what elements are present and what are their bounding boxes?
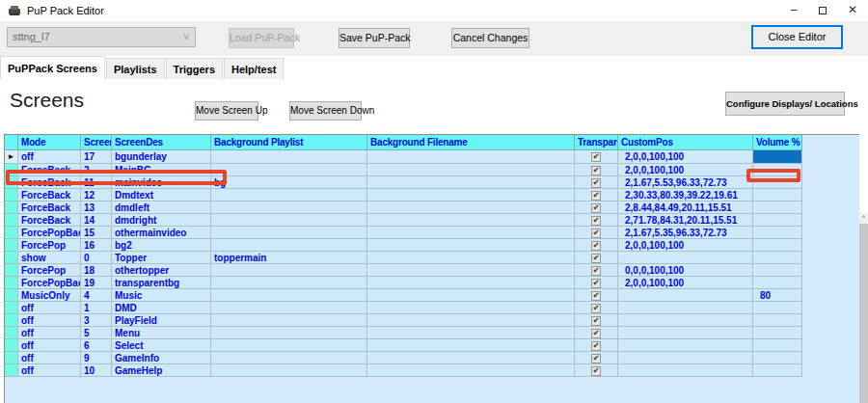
tab-help-test[interactable]: Help/test bbox=[224, 58, 284, 79]
column-header-screendes[interactable]: ScreenDes bbox=[112, 135, 211, 150]
transparent-checkbox[interactable] bbox=[591, 178, 601, 188]
cell-volume[interactable] bbox=[753, 314, 802, 327]
cell-filename[interactable] bbox=[367, 302, 575, 314]
cell-mode[interactable]: off bbox=[18, 352, 81, 364]
cell-playlist[interactable] bbox=[211, 352, 367, 364]
cell-screendes[interactable]: bg2 bbox=[112, 239, 211, 252]
save-pup-pack-button[interactable]: Save PuP-Pack bbox=[339, 28, 410, 48]
cell-playlist[interactable] bbox=[211, 214, 367, 227]
cell-mode[interactable]: ForcePopBack bbox=[18, 277, 81, 289]
row-selector[interactable] bbox=[5, 352, 18, 364]
transparent-checkbox[interactable] bbox=[591, 228, 601, 238]
cell-mode[interactable]: ForceBack bbox=[18, 189, 81, 202]
cell-mode[interactable]: ForcePop bbox=[18, 264, 81, 277]
transparent-checkbox[interactable] bbox=[591, 254, 601, 263]
cell-mode[interactable]: off bbox=[18, 327, 81, 339]
cell-screendes[interactable]: Select bbox=[112, 339, 211, 352]
cell-screendes[interactable]: PlayField bbox=[112, 314, 211, 327]
cell-screendes[interactable]: Music bbox=[112, 289, 211, 302]
cell-volume[interactable] bbox=[753, 327, 802, 339]
cell-custompos[interactable]: 2,0,0,100,100 bbox=[618, 150, 753, 164]
cell-playlist[interactable] bbox=[211, 189, 367, 202]
cell-volume[interactable] bbox=[753, 227, 802, 239]
column-header-volume[interactable]: Volume % bbox=[753, 135, 802, 150]
cell-mode[interactable]: show bbox=[18, 252, 81, 264]
row-selector[interactable] bbox=[5, 189, 18, 202]
cell-transparent[interactable] bbox=[575, 364, 618, 377]
row-selector[interactable] bbox=[5, 364, 18, 377]
cell-transparent[interactable] bbox=[575, 150, 618, 164]
cell-screendes[interactable]: dmdleft bbox=[112, 202, 211, 214]
row-selector[interactable]: ► bbox=[5, 150, 18, 164]
cell-screennum[interactable]: 9 bbox=[81, 352, 112, 364]
cell-volume[interactable] bbox=[753, 302, 802, 314]
cell-mode[interactable]: ForceBack bbox=[18, 214, 81, 227]
close-editor-button[interactable]: Close Editor bbox=[751, 25, 843, 49]
cell-transparent[interactable] bbox=[575, 327, 618, 339]
transparent-checkbox[interactable] bbox=[591, 152, 601, 162]
transparent-checkbox[interactable] bbox=[591, 191, 601, 201]
cell-transparent[interactable] bbox=[575, 352, 618, 364]
cell-screennum[interactable]: 13 bbox=[81, 202, 112, 214]
cell-filename[interactable] bbox=[367, 239, 575, 252]
row-selector[interactable] bbox=[5, 227, 18, 239]
cell-screendes[interactable]: Menu bbox=[112, 327, 211, 339]
cell-custompos[interactable] bbox=[618, 352, 753, 364]
cell-filename[interactable] bbox=[367, 264, 575, 277]
cell-screendes[interactable]: GameHelp bbox=[112, 364, 211, 377]
cell-volume[interactable] bbox=[753, 339, 802, 352]
cell-transparent[interactable] bbox=[575, 202, 618, 214]
cell-volume[interactable] bbox=[753, 352, 802, 364]
cell-screennum[interactable]: 18 bbox=[81, 264, 112, 277]
cell-volume[interactable] bbox=[753, 264, 802, 277]
cell-screendes[interactable]: GameInfo bbox=[112, 352, 211, 364]
row-selector[interactable] bbox=[5, 277, 18, 289]
cell-playlist[interactable] bbox=[211, 339, 367, 352]
cell-filename[interactable] bbox=[367, 189, 575, 202]
cell-filename[interactable] bbox=[367, 314, 575, 327]
cell-volume[interactable] bbox=[753, 189, 802, 202]
cell-playlist[interactable] bbox=[211, 164, 367, 176]
cell-mode[interactable]: off bbox=[18, 314, 81, 327]
move-screen-down-button[interactable]: Move Screen Down bbox=[289, 101, 362, 121]
cell-playlist[interactable]: bg bbox=[211, 176, 367, 189]
column-header-background-playlist[interactable]: Background Playlist bbox=[211, 135, 367, 150]
row-selector[interactable] bbox=[5, 339, 18, 352]
cell-filename[interactable] bbox=[367, 227, 575, 239]
cell-custompos[interactable] bbox=[618, 252, 753, 264]
tab-triggers[interactable]: Triggers bbox=[166, 58, 223, 79]
cell-custompos[interactable] bbox=[618, 364, 753, 377]
cell-filename[interactable] bbox=[367, 289, 575, 302]
cell-custompos[interactable] bbox=[618, 314, 753, 327]
cell-mode[interactable]: ForceBack bbox=[18, 202, 81, 214]
cell-playlist[interactable] bbox=[211, 227, 367, 239]
transparent-checkbox[interactable] bbox=[591, 341, 601, 351]
cell-transparent[interactable] bbox=[575, 302, 618, 314]
cell-screendes[interactable]: othertopper bbox=[112, 264, 211, 277]
cell-volume[interactable] bbox=[753, 214, 802, 227]
cell-custompos[interactable]: 2,30.33,80.39,39.22,19.61 bbox=[618, 189, 753, 202]
cell-mode[interactable]: ForcePop bbox=[18, 239, 81, 252]
cell-playlist[interactable] bbox=[211, 364, 367, 377]
cell-screennum[interactable]: 3 bbox=[81, 314, 112, 327]
cell-screennum[interactable]: 4 bbox=[81, 289, 112, 302]
cell-volume[interactable] bbox=[753, 277, 802, 289]
cell-screendes[interactable]: bgunderlay bbox=[112, 150, 211, 164]
cell-mode[interactable]: MusicOnly bbox=[18, 289, 81, 302]
cell-custompos[interactable]: 2,8.44,84.49,20.11,15.51 bbox=[618, 202, 753, 214]
cell-playlist[interactable] bbox=[211, 289, 367, 302]
cell-custompos[interactable] bbox=[618, 339, 753, 352]
pack-select-dropdown[interactable]: sttng_l7 ˅ bbox=[7, 27, 196, 47]
transparent-checkbox[interactable] bbox=[591, 291, 601, 301]
row-selector[interactable] bbox=[5, 302, 18, 314]
cell-custompos[interactable]: 2,0,0,100,100 bbox=[618, 239, 753, 252]
cell-screendes[interactable]: Topper bbox=[112, 252, 211, 264]
cell-custompos[interactable]: 2,1.67,5.53,96.33,72.73 bbox=[618, 176, 753, 189]
transparent-checkbox[interactable] bbox=[591, 241, 601, 251]
cell-playlist[interactable] bbox=[211, 202, 367, 214]
row-selector[interactable] bbox=[5, 214, 18, 227]
cell-playlist[interactable] bbox=[211, 264, 367, 277]
cell-screennum[interactable]: 12 bbox=[81, 189, 112, 202]
cell-screennum[interactable]: 5 bbox=[81, 327, 112, 339]
move-screen-up-button[interactable]: Move Screen Up bbox=[195, 101, 258, 121]
